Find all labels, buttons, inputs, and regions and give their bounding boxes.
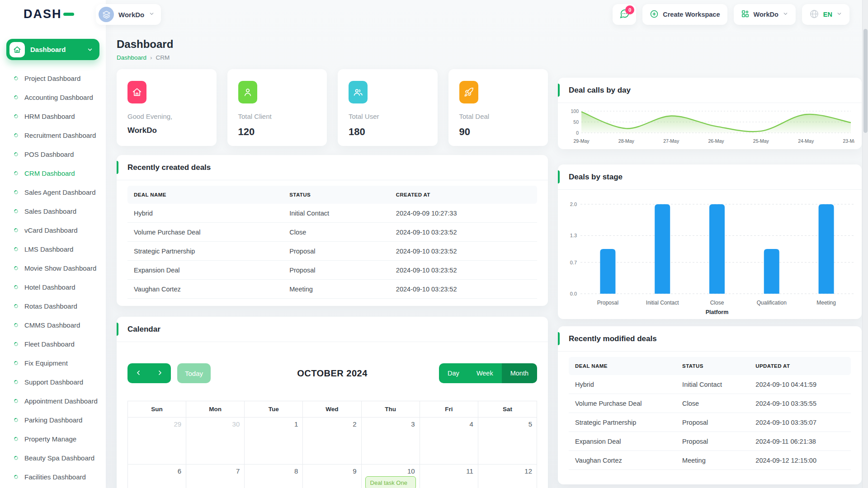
svg-text:Meeting: Meeting (816, 300, 836, 306)
circle-bullet-icon (13, 474, 19, 479)
circle-bullet-icon (13, 436, 19, 441)
stat-label: Good Evening, (127, 113, 206, 120)
table-cell: Expansion Deal (569, 432, 676, 451)
next-month-button[interactable] (149, 363, 171, 383)
sidebar-item-hotel-dashboard[interactable]: Hotel Dashboard (0, 278, 106, 297)
calendar-event[interactable]: Deal task One (365, 476, 416, 488)
breadcrumb-dashboard-link[interactable]: Dashboard (117, 54, 146, 61)
logo-text: DASH (24, 7, 62, 21)
sidebar-item-sales-dashboard[interactable]: Sales Dashboard (0, 202, 106, 221)
sidebar-item-pos-dashboard[interactable]: POS Dashboard (0, 145, 106, 164)
today-button[interactable]: Today (177, 363, 211, 383)
users-icon (349, 81, 368, 103)
weekday-header: Tue (245, 401, 303, 418)
svg-text:27-May: 27-May (663, 138, 679, 144)
calendar-day-cell[interactable]: 1 (245, 418, 303, 465)
sidebar-item-label: Sales Dashboard (24, 207, 76, 216)
sidebar-item-fix-equipment[interactable]: Fix Equipment (0, 354, 106, 373)
table-cell: 2024-09-09 10:27:33 (390, 204, 537, 223)
svg-text:Qualification: Qualification (757, 300, 787, 306)
workspace-dropdown[interactable]: WorkDo (734, 4, 796, 25)
sidebar-item-label: POS Dashboard (24, 150, 74, 159)
calendar-day-cell[interactable]: 2 (303, 418, 361, 465)
svg-text:23-May: 23-May (843, 138, 854, 144)
sidebar-item-fleet-dashboard[interactable]: Fleet Dashboard (0, 335, 106, 354)
calendar-day-cell[interactable]: 6 (128, 465, 186, 488)
calendar-view-switcher: DayWeekMonth (439, 363, 537, 383)
circle-bullet-icon (13, 455, 19, 460)
sidebar-item-label: Fix Equipment (24, 359, 68, 368)
app-logo[interactable]: DASH (24, 7, 74, 21)
section-title: Deals by stage (569, 173, 623, 182)
stat-card-total-user: Total User180 (338, 69, 438, 146)
sidebar-item-hrm-dashboard[interactable]: HRM Dashboard (0, 107, 106, 126)
sidebar-item-beauty-spa-dashboard[interactable]: Beauty Spa Dashboard (0, 449, 106, 468)
calendar-view-month[interactable]: Month (502, 363, 537, 383)
sidebar-item-appointment-dashboard[interactable]: Appointment Dashboard (0, 392, 106, 411)
table-cell: Meeting (283, 280, 390, 299)
circle-bullet-icon (13, 284, 19, 290)
language-dropdown[interactable]: EN (802, 4, 849, 25)
circle-bullet-icon (13, 398, 19, 404)
section-header: Recently modified deals (558, 326, 862, 352)
sidebar-item-support-dashboard[interactable]: Support Dashboard (0, 373, 106, 392)
stat-label: Total User (349, 113, 427, 120)
sidebar-item-crm-dashboard[interactable]: CRM Dashboard (0, 164, 106, 183)
circle-bullet-icon (13, 132, 19, 138)
table-cell: Initial Contact (676, 375, 749, 394)
calendar-day-cell[interactable]: 5 (478, 418, 537, 465)
sidebar-item-parking-dashboard[interactable]: Parking Dashboard (0, 411, 106, 430)
calendar-day-cell[interactable]: 12 (478, 465, 537, 488)
svg-text:50: 50 (573, 119, 579, 125)
sidebar-item-project-dashboard[interactable]: Project Dashboard (0, 69, 106, 88)
table-row: Expansion DealProposal2024-09-10 03:23:5… (127, 261, 537, 280)
sidebar-item-recruitment-dashboard[interactable]: Recruitment Dashboard (0, 126, 106, 145)
calendar-day-cell[interactable]: 10Deal task One (362, 465, 420, 488)
calendar-day-cell[interactable]: 29 (128, 418, 186, 465)
calendar-day-cell[interactable]: 30 (186, 418, 245, 465)
calendar-day-cell[interactable]: 3 (362, 418, 420, 465)
deal-calls-area-chart: 05010029-May28-May27-May26-May25-May24-M… (565, 107, 854, 148)
calendar-view-day[interactable]: Day (439, 363, 468, 383)
column-header: UPDATED AT (749, 357, 851, 375)
calendar-view-week[interactable]: Week (468, 363, 502, 383)
calendar-day-cell[interactable]: 7 (186, 465, 245, 488)
section-title: Recently modified deals (569, 334, 657, 343)
calendar-day-cell[interactable]: 11 (420, 465, 478, 488)
prev-month-button[interactable] (127, 363, 149, 383)
sidebar-item-sales-agent-dashboard[interactable]: Sales Agent Dashboard (0, 183, 106, 202)
column-header: DEAL NAME (569, 357, 676, 375)
sidebar-item-movie-show-dashboard[interactable]: Movie Show Dashboard (0, 259, 106, 278)
section-title: Calendar (127, 325, 160, 334)
create-workspace-button[interactable]: Create Workspace (642, 4, 727, 25)
day-number: 3 (411, 420, 415, 428)
circle-bullet-icon (13, 265, 19, 271)
table-cell: Strategic Partnership (569, 413, 676, 432)
workspace-selector[interactable]: WorkDo (96, 4, 161, 25)
sidebar-item-lms-dashboard[interactable]: LMS Dashboard (0, 240, 106, 259)
messages-badge: 0 (625, 5, 634, 14)
sidebar-item-rotas-dashboard[interactable]: Rotas Dashboard (0, 297, 106, 316)
calendar-day-cell[interactable]: 9 (303, 465, 361, 488)
page-scrollbar[interactable] (862, 0, 868, 488)
messages-button[interactable]: 0 (613, 4, 636, 25)
sidebar-item-vcard-dashboard[interactable]: vCard Dashboard (0, 221, 106, 240)
create-workspace-label: Create Workspace (663, 11, 720, 18)
sidebar-item-cmms-dashboard[interactable]: CMMS Dashboard (0, 316, 106, 335)
sidebar-item-accounting-dashboard[interactable]: Accounting Dashboard (0, 88, 106, 107)
sidebar-item-property-manage[interactable]: Property Manage (0, 430, 106, 449)
scrollbar-thumb[interactable] (863, 29, 868, 133)
page-title: Dashboard (117, 38, 548, 51)
table-cell: 2024-09-10 03:23:52 (390, 242, 537, 261)
weekday-header: Thu (362, 401, 420, 418)
sidebar-item-facilities-dashboard[interactable]: Facilities Dashboard (0, 468, 106, 487)
calendar-day-cell[interactable]: 4 (420, 418, 478, 465)
breadcrumb-separator: › (150, 54, 152, 61)
deals-by-stage-bar-chart: 0.00.71.32.0ProposalInitial ContactClose… (562, 195, 857, 316)
svg-text:Platform: Platform (706, 309, 729, 315)
calendar-day-cell[interactable]: 8 (245, 465, 303, 488)
table-cell: Expansion Deal (127, 261, 283, 280)
sidebar-item-dashboard[interactable]: Dashboard (6, 39, 99, 60)
sidebar-item-label: Sales Agent Dashboard (24, 188, 96, 197)
table-cell: Meeting (676, 451, 749, 470)
